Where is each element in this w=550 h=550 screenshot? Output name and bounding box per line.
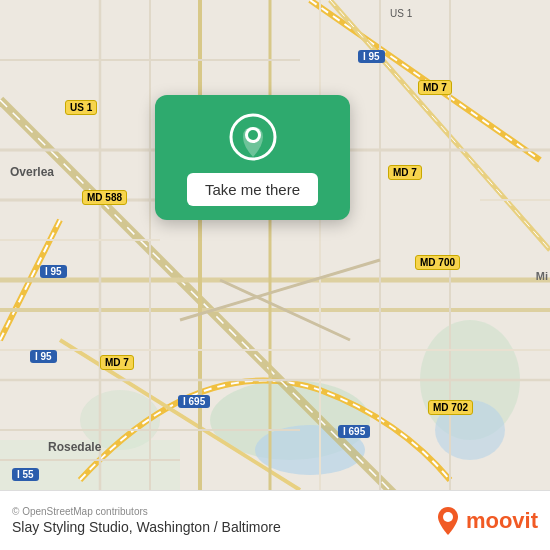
label-i695-bottom: I 695: [178, 395, 210, 408]
svg-point-38: [248, 130, 258, 140]
label-i95-top: I 95: [358, 50, 385, 63]
label-i55: I 55: [12, 468, 39, 481]
label-express-exit: US 1: [390, 8, 412, 19]
label-md588: MD 588: [82, 190, 127, 205]
moovit-label: moovit: [466, 508, 538, 534]
label-rosedale: Rosedale: [48, 440, 101, 454]
location-card: Take me there: [155, 95, 350, 220]
bottom-info: © OpenStreetMap contributors Slay Stylin…: [12, 506, 281, 535]
bottom-bar: © OpenStreetMap contributors Slay Stylin…: [0, 490, 550, 550]
copyright-text: © OpenStreetMap contributors: [12, 506, 281, 517]
map-roads: [0, 0, 550, 490]
location-pin-icon: [229, 113, 277, 161]
take-me-there-button[interactable]: Take me there: [187, 173, 318, 206]
label-mi: Mi: [536, 270, 548, 282]
label-md702: MD 702: [428, 400, 473, 415]
label-md7-top: MD 7: [418, 80, 452, 95]
label-md700: MD 700: [415, 255, 460, 270]
label-i95-left: I 95: [40, 265, 67, 278]
label-i95-bottom-left: I 95: [30, 350, 57, 363]
location-title: Slay Styling Studio, Washington / Baltim…: [12, 519, 281, 535]
svg-point-39: [443, 512, 453, 522]
moovit-logo: moovit: [436, 507, 538, 535]
label-md7-mid: MD 7: [388, 165, 422, 180]
label-us1: US 1: [65, 100, 97, 115]
label-i695-right: I 695: [338, 425, 370, 438]
label-overlea: Overlea: [10, 165, 54, 179]
label-md7-bottom: MD 7: [100, 355, 134, 370]
moovit-pin-icon: [436, 507, 460, 535]
map-container: US 1 US 1 I 95 MD 7 MD 588 MD 7 I 95 MD …: [0, 0, 550, 490]
